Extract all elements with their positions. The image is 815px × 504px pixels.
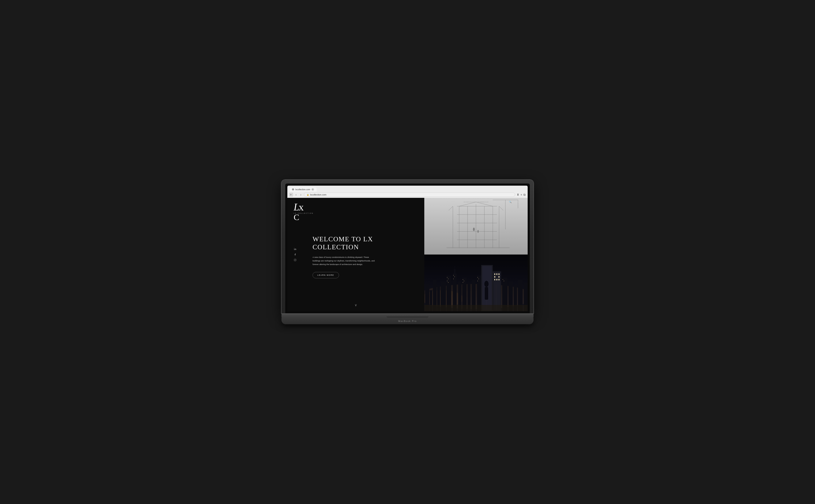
browser-nav-row: ‹ › 🔒 lxcollection.com ⬆ + ⧉	[289, 192, 526, 198]
tab-title: lxcollection.com	[295, 188, 310, 191]
share-button[interactable]: ⬆	[517, 193, 519, 197]
svg-rect-42	[455, 266, 455, 271]
left-panel: Lx LX COLLECTION C	[287, 198, 424, 311]
svg-rect-81	[494, 279, 495, 280]
laptop-bottom-bar: MacBook Pro	[281, 318, 534, 324]
svg-rect-66	[463, 282, 463, 283]
laptop-frame: lxcollection.com ✕ ‹ › 🔒	[281, 180, 534, 313]
svg-rect-57	[447, 277, 447, 278]
svg-rect-58	[448, 279, 448, 279]
svg-rect-61	[453, 275, 454, 276]
svg-rect-72	[503, 279, 503, 280]
website-content: Lx LX COLLECTION C	[287, 198, 528, 311]
screen-bezel: lxcollection.com ✕ ‹ › 🔒	[285, 184, 530, 313]
linkedin-icon[interactable]	[294, 248, 297, 251]
svg-rect-64	[463, 279, 463, 280]
svg-point-86	[484, 281, 489, 287]
svg-rect-67	[477, 277, 478, 278]
svg-rect-79	[494, 276, 495, 278]
address-bar[interactable]: 🔒 lxcollection.com	[304, 193, 515, 197]
tab-bar: lxcollection.com ✕	[289, 187, 526, 192]
search-icon: 🔍	[509, 201, 512, 203]
svg-rect-75	[494, 272, 500, 310]
svg-rect-60	[448, 282, 448, 283]
browser-nav-actions: ⬆ + ⧉	[517, 193, 526, 197]
svg-rect-29	[447, 247, 510, 248]
logo-lx: Lx	[294, 202, 303, 212]
svg-rect-82	[496, 279, 497, 280]
facebook-icon[interactable]	[294, 253, 297, 256]
nav-markets[interactable]: MARKETS	[447, 201, 459, 203]
nav-about[interactable]: ABOUT	[496, 201, 505, 203]
site-header: MARKETS PROPERTIES NEWS ABOUT 🔍 SEARCH	[483, 198, 528, 206]
logo-area: Lx LX COLLECTION C	[294, 202, 313, 221]
scroll-chevron-icon: ∨	[355, 303, 357, 307]
hero-description: A new class of luxury condominiums is cl…	[313, 255, 376, 266]
nav-news[interactable]: NEWS	[484, 201, 492, 203]
macbook-label: MacBook Pro	[398, 320, 417, 322]
svg-rect-83	[498, 279, 500, 280]
social-icons	[294, 248, 297, 261]
laptop-container: lxcollection.com ✕ ‹ › 🔒	[281, 180, 534, 324]
learn-more-button[interactable]: LEARN MORE	[313, 272, 339, 278]
svg-rect-62	[454, 277, 455, 277]
forward-button[interactable]: ›	[299, 193, 302, 197]
svg-rect-0	[290, 194, 291, 196]
hero-title: WELCOME TO LX COLLECTION	[313, 235, 376, 251]
search-nav[interactable]: 🔍 SEARCH	[509, 201, 523, 203]
night-city-image	[424, 255, 528, 311]
tab-close-button[interactable]: ✕	[312, 188, 314, 191]
tab-list-button[interactable]: ⧉	[523, 193, 526, 197]
svg-rect-68	[478, 279, 479, 279]
nav-properties[interactable]: PROPERTIES	[463, 201, 480, 203]
sidebar-panel-icon[interactable]	[289, 193, 293, 196]
laptop-base	[281, 313, 534, 318]
url-text: lxcollection.com	[310, 193, 326, 196]
arch-sketch-visual	[424, 198, 528, 255]
svg-rect-59	[447, 281, 447, 281]
svg-rect-3	[294, 259, 296, 261]
svg-rect-73	[504, 281, 504, 281]
scroll-down-indicator[interactable]: ∨	[355, 303, 357, 307]
back-button[interactable]: ‹	[294, 193, 298, 197]
svg-rect-87	[485, 287, 488, 300]
svg-rect-80	[498, 276, 500, 278]
svg-rect-69	[477, 281, 478, 281]
logo-c: C	[294, 214, 313, 221]
search-label: SEARCH	[513, 201, 523, 203]
instagram-icon[interactable]	[294, 259, 297, 261]
browser-tab[interactable]: lxcollection.com ✕	[289, 187, 317, 192]
hero-content: WELCOME TO LX COLLECTION A new class of …	[313, 235, 376, 278]
architecture-image	[424, 198, 528, 255]
tab-favicon	[292, 188, 294, 190]
svg-point-28	[477, 230, 479, 233]
svg-rect-88	[424, 305, 528, 311]
right-panel: MARKETS PROPERTIES NEWS ABOUT 🔍 SEARCH	[424, 198, 528, 311]
new-tab-button[interactable]: +	[521, 193, 522, 197]
hero-title-line1: WELCOME TO LX	[313, 235, 376, 243]
svg-rect-77	[496, 273, 497, 275]
browser-chrome: lxcollection.com ✕ ‹ › 🔒	[287, 186, 528, 198]
svg-rect-65	[464, 281, 464, 281]
svg-rect-1	[291, 194, 292, 196]
svg-rect-78	[498, 273, 500, 275]
svg-point-4	[295, 260, 296, 260]
svg-rect-63	[453, 279, 454, 279]
hero-title-line2: COLLECTION	[313, 243, 376, 251]
svg-point-27	[473, 228, 475, 231]
svg-rect-76	[494, 273, 495, 275]
city-night-visual	[424, 255, 528, 311]
svg-point-2	[294, 248, 294, 248]
lock-icon: 🔒	[307, 194, 309, 196]
